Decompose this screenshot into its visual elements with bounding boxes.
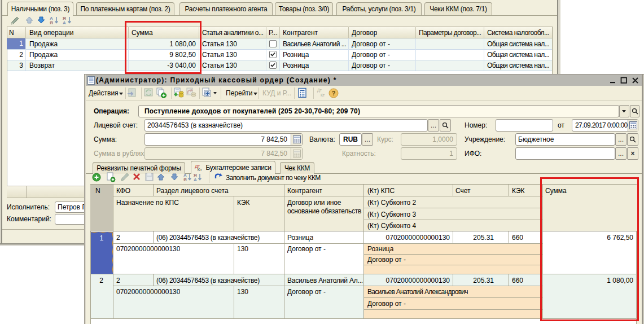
svg-text:А: А [63,20,66,25]
svg-text:Я: Я [50,20,53,25]
